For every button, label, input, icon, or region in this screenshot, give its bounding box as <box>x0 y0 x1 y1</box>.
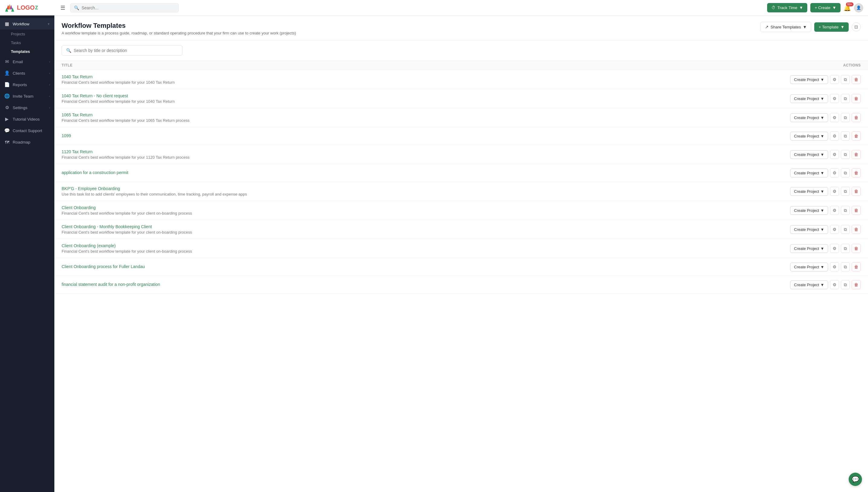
notification-bell[interactable]: 🔔 99+ <box>844 4 851 11</box>
sidebar-sub-projects[interactable]: Projects <box>11 30 54 39</box>
create-button[interactable]: + Create ▼ <box>810 3 841 13</box>
sidebar-item-invite-team[interactable]: 🌐 Invite Team ‹ <box>0 90 54 102</box>
sidebar-item-tutorial-videos-label: Tutorial Videos <box>13 117 50 122</box>
template-delete-button[interactable]: 🗑 <box>852 150 861 159</box>
sidebar-item-roadmap[interactable]: 🗺 Roadmap <box>0 136 54 148</box>
template-delete-button[interactable]: 🗑 <box>852 75 861 84</box>
create-project-button[interactable]: Create Project ▼ <box>790 244 828 253</box>
create-project-label: Create Project <box>794 116 819 120</box>
sidebar-item-roadmap-label: Roadmap <box>13 140 50 144</box>
trash-icon: 🗑 <box>854 246 858 251</box>
logo[interactable]: LOGO Z <box>0 0 54 16</box>
template-delete-button[interactable]: 🗑 <box>852 244 861 253</box>
template-name[interactable]: BKP'G - Employee Onboarding <box>61 186 782 191</box>
create-project-button[interactable]: Create Project ▼ <box>790 132 828 141</box>
template-name[interactable]: Client Onboarding process for Fuller Lan… <box>61 264 782 269</box>
template-name[interactable]: 1040 Tax Return <box>61 74 782 79</box>
template-delete-button[interactable]: 🗑 <box>852 168 861 177</box>
template-delete-button[interactable]: 🗑 <box>852 280 861 289</box>
share-templates-button[interactable]: ↗ Share Templates ▼ <box>761 22 811 32</box>
hamburger-button[interactable]: ☰ <box>59 3 67 13</box>
template-settings-button[interactable]: ⚙ <box>830 244 839 253</box>
template-settings-button[interactable]: ⚙ <box>830 75 839 84</box>
template-search-input[interactable] <box>74 48 178 53</box>
template-row: Client Onboarding process for Fuller Lan… <box>54 258 868 276</box>
create-project-button[interactable]: Create Project ▼ <box>790 94 828 103</box>
create-project-label: Create Project <box>794 208 819 213</box>
chat-support-bubble[interactable]: 💬 <box>849 473 862 486</box>
template-name[interactable]: 1120 Tax Return <box>61 149 782 154</box>
copy-icon: ⧉ <box>844 133 847 139</box>
create-project-button[interactable]: Create Project ▼ <box>790 206 828 215</box>
template-copy-button[interactable]: ⧉ <box>841 187 850 196</box>
create-project-button[interactable]: Create Project ▼ <box>790 225 828 234</box>
template-delete-button[interactable]: 🗑 <box>852 187 861 196</box>
template-name[interactable]: 1065 Tax Return <box>61 113 782 117</box>
template-delete-button[interactable]: 🗑 <box>852 225 861 234</box>
add-template-button[interactable]: + Template ▼ <box>814 22 849 32</box>
create-project-button[interactable]: Create Project ▼ <box>790 169 828 177</box>
sidebar-item-email[interactable]: ✉ Email ‹ <box>0 56 54 67</box>
template-copy-button[interactable]: ⧉ <box>841 206 850 215</box>
create-project-button[interactable]: Create Project ▼ <box>790 113 828 122</box>
template-settings-button[interactable]: ⚙ <box>830 206 839 215</box>
template-settings-button[interactable]: ⚙ <box>830 113 839 122</box>
copy-icon: ⧉ <box>844 282 847 288</box>
main: ☰ 🔍 ⏱ Track Time ▼ + Create ▼ 🔔 99+ 👤 <box>54 0 868 492</box>
sidebar-sub-tasks[interactable]: Tasks <box>11 39 54 47</box>
template-name[interactable]: Client Onboarding - Monthly Bookkeeping … <box>61 224 782 229</box>
template-delete-button[interactable]: 🗑 <box>852 206 861 215</box>
template-delete-button[interactable]: 🗑 <box>852 131 861 141</box>
track-time-button[interactable]: ⏱ Track Time ▼ <box>767 3 808 13</box>
template-name[interactable]: Client Onboarding <box>61 205 782 210</box>
template-name[interactable]: 1099 <box>61 133 782 138</box>
template-copy-button[interactable]: ⧉ <box>841 168 850 177</box>
sidebar-item-tutorial-videos[interactable]: ▶ Tutorial Videos <box>0 113 54 125</box>
template-settings-button[interactable]: ⚙ <box>830 280 839 289</box>
template-copy-button[interactable]: ⧉ <box>841 262 850 271</box>
template-name[interactable]: financial statement audit for a non-prof… <box>61 282 782 287</box>
template-copy-button[interactable]: ⧉ <box>841 225 850 234</box>
sidebar-item-reports[interactable]: 📄 Reports ‹ <box>0 79 54 90</box>
template-delete-button[interactable]: 🗑 <box>852 94 861 103</box>
sidebar-item-settings[interactable]: ⚙ Settings ‹ <box>0 102 54 113</box>
template-copy-button[interactable]: ⧉ <box>841 113 850 122</box>
user-avatar[interactable]: 👤 <box>854 3 863 13</box>
template-copy-button[interactable]: ⧉ <box>841 131 850 141</box>
template-name[interactable]: Client Onboarding (example) <box>61 243 782 248</box>
template-copy-button[interactable]: ⧉ <box>841 244 850 253</box>
create-project-button[interactable]: Create Project ▼ <box>790 280 828 289</box>
sidebar-item-clients[interactable]: 👤 Clients ‹ <box>0 67 54 79</box>
template-copy-button[interactable]: ⧉ <box>841 75 850 84</box>
create-project-button[interactable]: Create Project ▼ <box>790 75 828 84</box>
template-delete-button[interactable]: 🗑 <box>852 113 861 122</box>
sidebar-sub-templates[interactable]: Templates <box>11 47 54 56</box>
template-name[interactable]: 1040 Tax Return - No client request <box>61 93 782 98</box>
create-project-button[interactable]: Create Project ▼ <box>790 150 828 159</box>
topbar-search-input[interactable] <box>82 5 175 10</box>
create-project-button[interactable]: Create Project ▼ <box>790 263 828 271</box>
template-delete-button[interactable]: 🗑 <box>852 262 861 271</box>
sidebar-item-contact-support[interactable]: 💬 Contact Support <box>0 125 54 136</box>
template-copy-button[interactable]: ⧉ <box>841 280 850 289</box>
gear-icon: ⚙ <box>833 152 837 157</box>
template-copy-button[interactable]: ⧉ <box>841 94 850 103</box>
template-settings-button[interactable]: ⚙ <box>830 225 839 234</box>
template-settings-button[interactable]: ⚙ <box>830 168 839 177</box>
sidebar-item-invite-team-label: Invite Team <box>13 94 46 99</box>
create-project-chevron: ▼ <box>820 189 824 194</box>
template-settings-button[interactable]: ⚙ <box>830 131 839 141</box>
template-desc: Financial Cent's best workflow template … <box>61 80 782 84</box>
page-subtitle: A workflow template is a process guide, … <box>61 31 296 35</box>
sidebar-item-workflow[interactable]: ▦ Workflow ▼ <box>0 18 54 30</box>
template-settings-button[interactable]: ⚙ <box>830 94 839 103</box>
template-settings-button[interactable]: ⚙ <box>830 150 839 159</box>
create-project-button[interactable]: Create Project ▼ <box>790 187 828 196</box>
template-name[interactable]: application for a construction permit <box>61 170 782 175</box>
page-options-button[interactable]: ⊡ <box>852 22 861 31</box>
template-settings-button[interactable]: ⚙ <box>830 262 839 271</box>
template-settings-button[interactable]: ⚙ <box>830 187 839 196</box>
settings-icon: ⚙ <box>4 105 10 110</box>
create-project-label: Create Project <box>794 246 819 251</box>
template-copy-button[interactable]: ⧉ <box>841 150 850 159</box>
